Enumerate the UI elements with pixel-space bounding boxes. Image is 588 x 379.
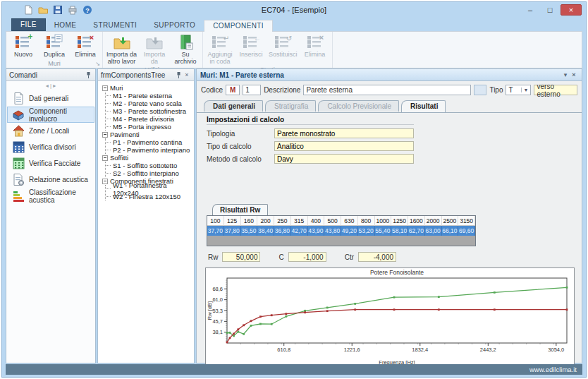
- folder-import-icon: [106, 33, 137, 52]
- tree-title: frmComponentsTree: [101, 71, 174, 79]
- su-archivio-button[interactable]: Su archivio: [170, 32, 201, 66]
- freq-header-cell: 2000: [425, 216, 442, 226]
- freq-header-cell: 1250: [391, 216, 408, 226]
- freq-header-cell: 500: [324, 216, 341, 226]
- tab-dati-generali[interactable]: Dati generali: [204, 100, 263, 112]
- tree-item-label: M3 - Parete sottofinestra: [113, 107, 186, 115]
- impostazione-metodo-di-calcolo: Metodo di calcoloDavy: [207, 152, 414, 165]
- class-bars-icon: [12, 189, 25, 203]
- rw-value-cell: 37,70: [207, 226, 224, 236]
- ribbon-tab-supporto[interactable]: SUPPORTO: [145, 20, 204, 31]
- freq-header-cell: 160: [241, 216, 258, 226]
- codice-prefix-field[interactable]: M: [226, 85, 240, 95]
- tree-item-s2-soffitto-interpiano[interactable]: S2 - Soffitto interpiano: [106, 169, 192, 177]
- collapse-icon[interactable]: [102, 155, 108, 161]
- nuovo-button[interactable]: +Nuovo: [8, 32, 39, 59]
- color-box-field[interactable]: [474, 85, 486, 95]
- table-values-row[interactable]: 37,7037,8035,5038,4036,8042,7043,9043,80…: [207, 226, 475, 236]
- tipologia-field[interactable]: Parete monostrato: [274, 128, 414, 138]
- ribbon-tabs: FILEHOMESTRUMENTISUPPORTOCOMPONENTI: [6, 18, 582, 31]
- collapse-icon[interactable]: [102, 132, 108, 138]
- component-3d-icon: [12, 108, 25, 121]
- print-icon[interactable]: [68, 5, 78, 15]
- svg-text:←: ←: [254, 35, 260, 42]
- tree-item-p1-pavimento-cantina[interactable]: P1 - Pavimento cantina: [106, 138, 192, 146]
- dropdown-icon[interactable]: ▾: [561, 71, 570, 79]
- save-icon[interactable]: [53, 5, 63, 15]
- collapse-icon[interactable]: [102, 179, 108, 184]
- tree-item-m5-porta-ingresso[interactable]: M5 - Porta ingresso: [106, 123, 192, 131]
- svg-text:38,1: 38,1: [212, 329, 223, 335]
- sidebar-item-label: Zone / Locali: [29, 127, 69, 135]
- tree-node-label: Soffitti: [110, 154, 128, 162]
- tree-children: W1 - Portafinestra 120x240W2 - Finestra …: [105, 185, 192, 200]
- status-link[interactable]: www.edilclima.it: [529, 366, 577, 373]
- verso-field[interactable]: verso esterno: [534, 85, 577, 95]
- metodo-di-calcolo-field[interactable]: Davy: [274, 154, 414, 164]
- sidebar-title: Comandi: [9, 71, 84, 79]
- descrizione-field[interactable]: Parete esterna: [303, 85, 471, 95]
- open-folder-icon[interactable]: [38, 5, 48, 15]
- sidebar-item-verifica-divisori[interactable]: Verifica divisori: [7, 139, 94, 155]
- close-panel-icon[interactable]: ×: [570, 71, 578, 79]
- c-label: C: [278, 253, 283, 261]
- tipo-select[interactable]: T▼: [506, 85, 531, 95]
- svg-text:610,8: 610,8: [277, 347, 290, 353]
- button-label: Importa da: [141, 52, 168, 65]
- new-document-icon[interactable]: [23, 5, 33, 15]
- c-value-field[interactable]: -1,000: [288, 252, 326, 262]
- tree-item-w2-finestra-120x150[interactable]: W2 - Finestra 120x150: [106, 193, 192, 200]
- ribbon-tab-file[interactable]: FILE: [11, 18, 46, 31]
- sidebar-item-dati-generali[interactable]: Dati generali: [7, 90, 94, 107]
- tipo-di-calcolo-field[interactable]: Analitico: [274, 141, 414, 151]
- tree-node-pavimenti[interactable]: Pavimenti: [102, 131, 192, 138]
- ribbon-group-utilit: Importa da altro lavorImporta daSu archi…: [103, 32, 203, 68]
- duplica-button[interactable]: Duplica: [39, 32, 70, 59]
- list-add-icon: +: [10, 33, 37, 52]
- importa-da-altro-lavor-button[interactable]: Importa da altro lavor: [104, 32, 139, 66]
- pin-icon[interactable]: [174, 71, 183, 79]
- minimize-button[interactable]: –: [521, 4, 539, 16]
- tree-item-m3-parete-sottofinestra[interactable]: M3 - Parete sottofinestra: [106, 107, 192, 115]
- rw-value-cell: 49,20: [341, 226, 358, 236]
- tree-item-m4-parete-divisoria[interactable]: M4 - Parete divisoria: [106, 115, 192, 123]
- codice-number-field[interactable]: 1: [243, 85, 261, 95]
- sidebar-item-zone-locali[interactable]: Zone / Locali: [7, 123, 94, 139]
- rw-value-field[interactable]: 50,000: [222, 252, 260, 262]
- ribbon-tab-componenti[interactable]: COMPONENTI: [204, 20, 273, 32]
- group-buttons: +NuovoDuplica×Elimina: [8, 32, 101, 59]
- sidebar-item-relazione-acustica[interactable]: Relazione acustica: [7, 172, 94, 188]
- sidebar-item-verifica-facciate[interactable]: Verifica Facciate: [7, 155, 94, 172]
- dialog-launcher-icon[interactable]: ↘: [95, 61, 100, 67]
- tab-risultati-rw[interactable]: Risultati Rw: [212, 204, 268, 215]
- sidebar-item-classificazione-acustica[interactable]: Classificazione acustica: [7, 188, 94, 204]
- tree-item-m1-parete-esterna[interactable]: M1 - Parete esterna: [106, 92, 192, 100]
- tab-content-risultati: Impostazioni di calcolo TipologiaParete …: [197, 112, 582, 363]
- sidebar-item-label: Relazione acustica: [29, 176, 88, 184]
- svg-text:↵: ↵: [223, 35, 229, 42]
- tree-node-soffitti[interactable]: Soffitti: [102, 154, 192, 162]
- tree-node-muri[interactable]: Muri: [102, 84, 192, 92]
- collapse-icon[interactable]: [102, 85, 108, 91]
- tab-risultati[interactable]: Risultati: [401, 100, 446, 112]
- folder-import-icon: [141, 33, 168, 52]
- button-label: Importa da altro lavor: [106, 52, 137, 65]
- tree-item-m2-parete-vano-scala[interactable]: M2 - Parete vano scala: [106, 100, 192, 107]
- tree-item-w1-portafinestra-120x240[interactable]: W1 - Portafinestra 120x240: [106, 185, 192, 193]
- maximize-button[interactable]: □: [541, 4, 559, 16]
- ctr-value-field[interactable]: -4,000: [358, 252, 396, 262]
- tree-item-p2-pavimento-interpiano[interactable]: P2 - Pavimento interpiano: [106, 146, 192, 154]
- ribbon-tab-home[interactable]: HOME: [46, 20, 85, 31]
- close-panel-icon[interactable]: ×: [183, 71, 191, 79]
- pin-icon[interactable]: [84, 71, 92, 79]
- splitter-toggle-icon[interactable]: ◂ | ▸: [6, 81, 95, 90]
- rw-value-cell: 55,40: [375, 226, 392, 236]
- tree-item-s1-soffitto-sottotetto[interactable]: S1 - Soffitto sottotetto: [106, 162, 192, 169]
- main-panel-header: Muri: M1 - Parete esterna ▾ ×: [197, 69, 582, 81]
- help-icon[interactable]: ?: [82, 5, 92, 15]
- ribbon-tab-strumenti[interactable]: STRUMENTI: [85, 20, 145, 31]
- svg-text:2443,2: 2443,2: [480, 347, 496, 353]
- elimina-button[interactable]: ×Elimina: [70, 32, 101, 59]
- sidebar-item-componenti-involucro[interactable]: Componenti involucro: [7, 107, 94, 123]
- close-button[interactable]: ×: [561, 4, 582, 16]
